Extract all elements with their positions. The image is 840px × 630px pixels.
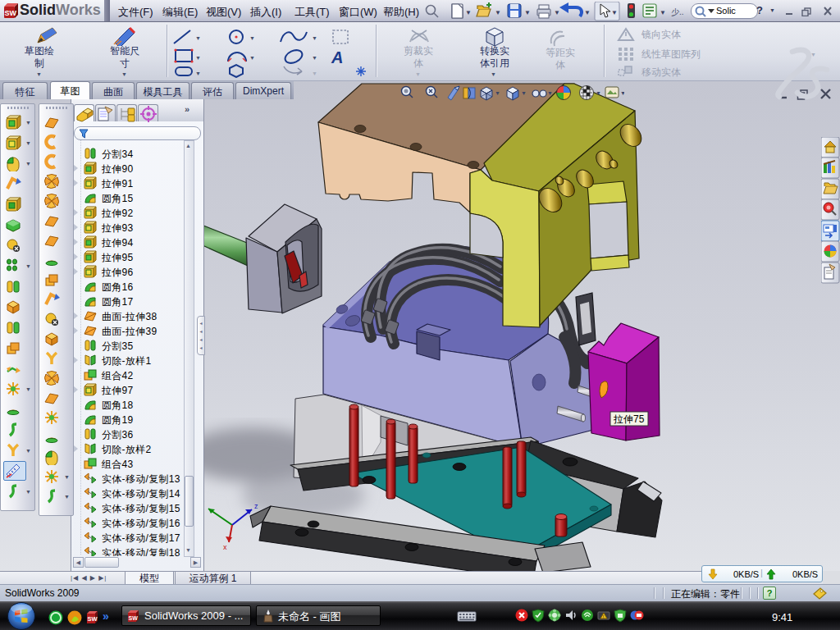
svg-text:▼: ▼ — [596, 90, 601, 96]
svg-text:SW: SW — [88, 615, 98, 623]
svg-text:▼: ▼ — [660, 9, 666, 16]
svg-text:▼: ▼ — [584, 9, 591, 16]
svg-text:▼: ▼ — [195, 55, 201, 61]
svg-text:▼: ▼ — [554, 9, 560, 16]
svg-text:▼: ▼ — [524, 9, 531, 16]
svg-text:▼: ▼ — [465, 9, 472, 16]
svg-text:▼: ▼ — [312, 55, 317, 61]
svg-text:Solic: Solic — [716, 6, 736, 16]
svg-text:拉伸75: 拉伸75 — [613, 413, 645, 425]
svg-text:z: z — [254, 502, 258, 510]
svg-text:A: A — [331, 48, 343, 66]
svg-text:»: » — [103, 610, 109, 623]
svg-text:▼: ▼ — [547, 90, 553, 96]
svg-text:▼: ▼ — [195, 35, 201, 41]
svg-text:▼: ▼ — [521, 90, 527, 96]
svg-text:SW: SW — [129, 615, 139, 621]
svg-text:▼: ▼ — [611, 9, 618, 16]
svg-text:▼: ▼ — [620, 90, 624, 96]
svg-text:x: x — [223, 543, 227, 551]
svg-text:少..: 少.. — [671, 7, 684, 16]
svg-text:▼: ▼ — [249, 35, 255, 41]
svg-text:▼: ▼ — [249, 55, 255, 61]
svg-text:▼: ▼ — [312, 35, 317, 41]
svg-text:SW: SW — [5, 9, 17, 17]
svg-text:▼: ▼ — [495, 9, 501, 16]
svg-text:▼: ▼ — [312, 71, 317, 76]
svg-text:▼: ▼ — [195, 71, 201, 76]
svg-text:▼: ▼ — [495, 90, 500, 96]
